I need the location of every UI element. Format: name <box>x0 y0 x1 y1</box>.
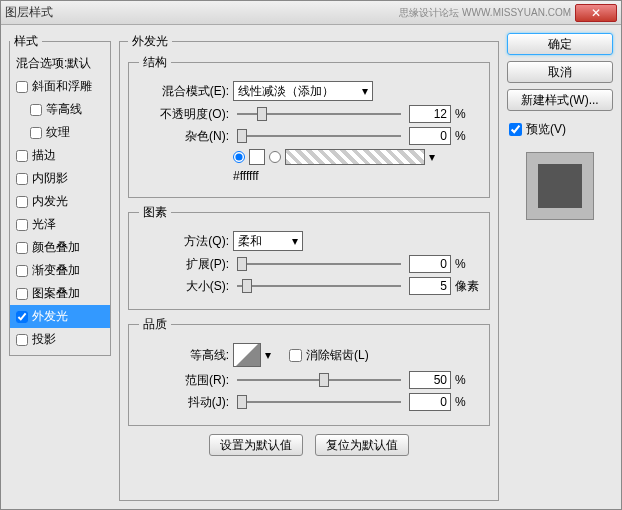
size-slider[interactable] <box>237 278 401 294</box>
antialias-label: 消除锯齿(L) <box>306 347 369 364</box>
sidebar-checkbox[interactable] <box>16 288 28 300</box>
spread-slider[interactable] <box>237 256 401 272</box>
right-panel: 确定 取消 新建样式(W)... 预览(V) <box>507 33 613 501</box>
sidebar-item-11[interactable]: 投影 <box>10 328 110 351</box>
sidebar-item-2[interactable]: 纹理 <box>10 121 110 144</box>
size-input[interactable] <box>409 277 451 295</box>
sidebar-item-label: 外发光 <box>32 308 68 325</box>
sidebar-item-label: 等高线 <box>46 101 82 118</box>
sidebar-item-label: 内发光 <box>32 193 68 210</box>
noise-label: 杂色(N): <box>139 128 229 145</box>
titlebar[interactable]: 图层样式 思缘设计论坛 WWW.MISSYUAN.COM ✕ <box>1 1 621 25</box>
sidebar-checkbox[interactable] <box>16 150 28 162</box>
sidebar-item-6[interactable]: 光泽 <box>10 213 110 236</box>
noise-slider[interactable] <box>237 128 401 144</box>
noise-input[interactable] <box>409 127 451 145</box>
structure-group: 结构 混合模式(E): 线性减淡（添加） ▾ 不透明度(O): % <box>128 54 490 198</box>
sidebar-item-label: 投影 <box>32 331 56 348</box>
chevron-down-icon: ▾ <box>362 84 368 98</box>
technique-label: 方法(Q): <box>139 233 229 250</box>
preview-box <box>526 152 594 220</box>
blend-mode-dropdown[interactable]: 线性减淡（添加） ▾ <box>233 81 373 101</box>
sidebar-checkbox[interactable] <box>16 334 28 346</box>
spread-label: 扩展(P): <box>139 256 229 273</box>
close-icon: ✕ <box>591 6 601 20</box>
sidebar-item-label: 颜色叠加 <box>32 239 80 256</box>
dialog-title: 图层样式 <box>5 4 399 21</box>
sidebar-checkbox[interactable] <box>16 173 28 185</box>
sidebar-checkbox[interactable] <box>16 81 28 93</box>
chevron-down-icon: ▾ <box>292 234 298 248</box>
reset-default-button[interactable]: 复位为默认值 <box>315 434 409 456</box>
cancel-button[interactable]: 取消 <box>507 61 613 83</box>
sidebar-item-label: 描边 <box>32 147 56 164</box>
contour-picker[interactable] <box>233 343 261 367</box>
sidebar-checkbox[interactable] <box>16 196 28 208</box>
sidebar-item-10[interactable]: 外发光 <box>10 305 110 328</box>
contour-label: 等高线: <box>139 347 229 364</box>
sidebar-checkbox[interactable] <box>30 127 42 139</box>
sidebar-item-label: 内阴影 <box>32 170 68 187</box>
sidebar-item-label: 斜面和浮雕 <box>32 78 92 95</box>
range-label: 范围(R): <box>139 372 229 389</box>
preview-checkbox[interactable] <box>509 123 522 136</box>
antialias-checkbox[interactable] <box>289 349 302 362</box>
quality-group: 品质 等高线: ▾ 消除锯齿(L) 范围(R): % <box>128 316 490 426</box>
close-button[interactable]: ✕ <box>575 4 617 22</box>
sidebar-checkbox[interactable] <box>16 265 28 277</box>
jitter-input[interactable] <box>409 393 451 411</box>
sidebar-item-1[interactable]: 等高线 <box>10 98 110 121</box>
sidebar-item-label: 渐变叠加 <box>32 262 80 279</box>
new-style-button[interactable]: 新建样式(W)... <box>507 89 613 111</box>
watermark-text: 思缘设计论坛 WWW.MISSYUAN.COM <box>399 6 571 20</box>
preview-label: 预览(V) <box>526 121 566 138</box>
opacity-slider[interactable] <box>237 106 401 122</box>
sidebar-item-4[interactable]: 内阴影 <box>10 167 110 190</box>
range-input[interactable] <box>409 371 451 389</box>
sidebar-item-label: 光泽 <box>32 216 56 233</box>
sidebar-checkbox[interactable] <box>16 242 28 254</box>
technique-dropdown[interactable]: 柔和 ▾ <box>233 231 303 251</box>
opacity-label: 不透明度(O): <box>139 106 229 123</box>
sidebar-item-7[interactable]: 颜色叠加 <box>10 236 110 259</box>
sidebar-checkbox[interactable] <box>30 104 42 116</box>
gradient-radio[interactable] <box>269 151 281 163</box>
chevron-down-icon[interactable]: ▾ <box>265 348 271 362</box>
color-hex: #ffffff <box>233 169 259 183</box>
main-panel: 外发光 结构 混合模式(E): 线性减淡（添加） ▾ 不透明度(O): <box>119 33 499 501</box>
jitter-label: 抖动(J): <box>139 394 229 411</box>
sidebar-item-5[interactable]: 内发光 <box>10 190 110 213</box>
elements-group: 图素 方法(Q): 柔和 ▾ 扩展(P): % <box>128 204 490 310</box>
range-slider[interactable] <box>237 372 401 388</box>
sidebar-item-9[interactable]: 图案叠加 <box>10 282 110 305</box>
sidebar-checkbox[interactable] <box>16 219 28 231</box>
size-label: 大小(S): <box>139 278 229 295</box>
sidebar-blending-options[interactable]: 混合选项:默认 <box>10 52 110 75</box>
blend-mode-label: 混合模式(E): <box>139 83 229 100</box>
elements-legend: 图素 <box>139 204 171 221</box>
layer-style-dialog: 图层样式 思缘设计论坛 WWW.MISSYUAN.COM ✕ 样式 混合选项:默… <box>0 0 622 510</box>
sidebar-checkbox[interactable] <box>16 311 28 323</box>
structure-legend: 结构 <box>139 54 171 71</box>
color-swatch[interactable] <box>249 149 265 165</box>
styles-sidebar: 样式 混合选项:默认 斜面和浮雕等高线纹理描边内阴影内发光光泽颜色叠加渐变叠加图… <box>9 33 111 501</box>
sidebar-item-0[interactable]: 斜面和浮雕 <box>10 75 110 98</box>
gradient-picker[interactable] <box>285 149 425 165</box>
spread-input[interactable] <box>409 255 451 273</box>
quality-legend: 品质 <box>139 316 171 333</box>
jitter-slider[interactable] <box>237 394 401 410</box>
sidebar-item-3[interactable]: 描边 <box>10 144 110 167</box>
sidebar-item-label: 纹理 <box>46 124 70 141</box>
main-legend: 外发光 <box>128 33 172 50</box>
preview-swatch <box>538 164 582 208</box>
color-radio[interactable] <box>233 151 245 163</box>
opacity-input[interactable] <box>409 105 451 123</box>
sidebar-item-8[interactable]: 渐变叠加 <box>10 259 110 282</box>
chevron-down-icon[interactable]: ▾ <box>429 150 435 164</box>
sidebar-item-label: 图案叠加 <box>32 285 80 302</box>
sidebar-legend: 样式 <box>10 33 42 50</box>
set-default-button[interactable]: 设置为默认值 <box>209 434 303 456</box>
ok-button[interactable]: 确定 <box>507 33 613 55</box>
